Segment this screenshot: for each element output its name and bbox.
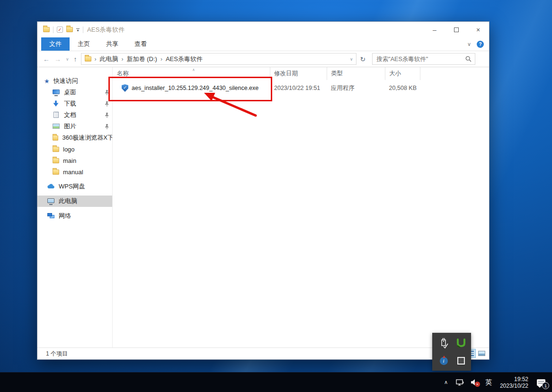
- info-tray-icon[interactable]: i: [438, 355, 449, 366]
- address-box[interactable]: › 此电脑 › 新加卷 (D:) › AES杀毒软件 ∨: [81, 53, 356, 65]
- folder-icon: [53, 158, 59, 163]
- address-dropdown-icon[interactable]: ∨: [350, 57, 353, 62]
- refresh-icon[interactable]: ↻: [360, 55, 366, 63]
- sidebar-item-this-pc[interactable]: 此电脑: [37, 196, 112, 207]
- pin-icon: [105, 113, 109, 118]
- quick-access-toolbar: ✓ ▾: [43, 27, 83, 33]
- item-count: 1 个项目: [46, 350, 68, 358]
- breadcrumb-separator: ›: [160, 56, 162, 62]
- network-tray-icon[interactable]: [454, 373, 466, 392]
- taskbar-clock[interactable]: 19:52 2023/10/22: [497, 376, 531, 389]
- mute-badge-icon: ×: [475, 382, 480, 387]
- minimize-button[interactable]: –: [424, 22, 445, 37]
- system-tray: ∧ × 英 19:52 2023/10/22 1: [440, 373, 552, 392]
- sidebar-item-pictures[interactable]: 图片: [37, 121, 112, 132]
- tab-home[interactable]: 主页: [70, 37, 98, 51]
- column-header-name[interactable]: 名称 ∧: [113, 67, 270, 80]
- breadcrumb-current-folder[interactable]: AES杀毒软件: [166, 55, 203, 63]
- desktop-icon: [53, 89, 60, 96]
- thumbnail-view-icon: [478, 351, 485, 356]
- new-folder-icon[interactable]: [66, 27, 73, 32]
- clock-time: 19:52: [500, 376, 528, 383]
- volume-muted-icon[interactable]: ×: [469, 373, 480, 392]
- search-icon[interactable]: [465, 56, 472, 62]
- file-size: 20,508 KB: [385, 85, 420, 91]
- title-bar: ✓ ▾ AES杀毒软件 – ×: [37, 22, 489, 37]
- maximize-icon: [454, 27, 459, 32]
- column-header-size[interactable]: 大小: [385, 67, 420, 80]
- column-header-row: 名称 ∧ 修改日期 类型 大小: [113, 67, 489, 80]
- address-bar-row: ← → ∨ ↑ › 此电脑 › 新加卷 (D:) › AES杀毒软件 ∨ ↻: [37, 51, 489, 67]
- pin-icon: [105, 124, 109, 129]
- sidebar-item-folder-main[interactable]: main: [37, 155, 112, 166]
- pin-icon: [105, 101, 109, 107]
- sidebar-item-documents[interactable]: 文档: [37, 109, 112, 121]
- back-button[interactable]: ←: [43, 55, 50, 63]
- pictures-icon: [53, 123, 60, 130]
- sidebar-item-network[interactable]: 网络: [37, 210, 112, 222]
- sort-ascending-icon: ∧: [192, 68, 195, 72]
- document-icon: [53, 112, 60, 118]
- sidebar-item-folder-360[interactable]: 360极速浏览器X下载: [37, 132, 112, 143]
- thumbnail-view-button[interactable]: [477, 349, 487, 358]
- pin-icon: [105, 90, 109, 95]
- customize-qat-dropdown-icon[interactable]: ▾: [76, 27, 80, 32]
- close-button[interactable]: ×: [467, 22, 489, 37]
- up-button[interactable]: ↑: [74, 55, 77, 63]
- recent-locations-icon[interactable]: ∨: [66, 57, 69, 62]
- address-folder-icon: [85, 56, 91, 62]
- cloud-icon: [47, 183, 55, 190]
- sidebar-item-desktop[interactable]: 桌面: [37, 87, 112, 98]
- clock-date: 2023/10/22: [500, 383, 528, 389]
- sidebar-item-quick-access[interactable]: ★ 快速访问: [37, 75, 112, 87]
- sidebar-item-downloads[interactable]: 下载: [37, 98, 112, 109]
- search-input[interactable]: [373, 56, 465, 62]
- file-list-pane: 名称 ∧ 修改日期 类型 大小 ✓ aes_installer_10.255.1…: [113, 67, 489, 347]
- computer-icon: [47, 198, 55, 205]
- ribbon-expand-icon[interactable]: ∨: [467, 41, 471, 47]
- forward-button[interactable]: →: [54, 55, 61, 63]
- explorer-window: ✓ ▾ AES杀毒软件 – × 文件 主页 共享 查看 ∨ ? ← → ∨ ↑: [37, 21, 490, 360]
- breadcrumb-this-pc[interactable]: 此电脑: [100, 55, 118, 63]
- window-title: AES杀毒软件: [87, 26, 125, 34]
- sidebar-item-folder-logo[interactable]: logo: [37, 143, 112, 155]
- notification-badge: 1: [542, 382, 549, 389]
- breadcrumb-separator: ›: [122, 56, 124, 62]
- divider: [83, 27, 83, 33]
- tab-file[interactable]: 文件: [41, 37, 70, 51]
- tab-share[interactable]: 共享: [98, 37, 126, 51]
- ime-indicator[interactable]: 英: [483, 373, 494, 392]
- antivirus-u-icon[interactable]: [456, 338, 466, 349]
- folder-icon: [53, 135, 58, 141]
- usb-eject-icon[interactable]: [438, 338, 449, 349]
- file-type: 应用程序: [327, 84, 385, 92]
- download-icon: [53, 100, 60, 107]
- star-icon: ★: [44, 78, 50, 84]
- column-header-modified[interactable]: 修改日期: [270, 67, 327, 80]
- file-name: aes_installer_10.255.129.249_4430_silenc…: [132, 85, 258, 91]
- grid-tray-icon[interactable]: [456, 355, 466, 366]
- folder-icon: [53, 169, 59, 175]
- properties-check-icon[interactable]: ✓: [57, 27, 63, 33]
- divider: [53, 27, 53, 33]
- file-modified: 2023/10/22 19:51: [270, 85, 327, 91]
- search-box: [372, 53, 475, 65]
- folder-icon: [53, 147, 59, 152]
- column-header-type[interactable]: 类型: [327, 67, 385, 80]
- status-bar: 1 个项目: [37, 347, 489, 359]
- navigation-pane: ★ 快速访问 桌面 下载 文档 图片 360极速浏览器X下载: [37, 67, 113, 347]
- breadcrumb-drive-d[interactable]: 新加卷 (D:): [127, 55, 157, 63]
- network-icon: [47, 213, 55, 219]
- help-icon[interactable]: ?: [477, 41, 484, 48]
- sidebar-item-folder-manual[interactable]: manual: [37, 166, 112, 178]
- taskbar: ∧ × 英 19:52 2023/10/22 1: [0, 372, 552, 392]
- ribbon-tab-row: 文件 主页 共享 查看 ∨ ?: [37, 37, 489, 51]
- tab-view[interactable]: 查看: [126, 37, 155, 51]
- sidebar-item-wps-cloud[interactable]: WPS网盘: [37, 181, 112, 192]
- hidden-icons-chevron[interactable]: ∧: [440, 373, 452, 392]
- window-folder-icon: [43, 27, 50, 32]
- file-row[interactable]: ✓ aes_installer_10.255.129.249_4430_sile…: [113, 81, 489, 95]
- notification-center-button[interactable]: 1: [534, 373, 548, 392]
- tray-overflow-popup: i: [432, 333, 471, 371]
- maximize-button[interactable]: [445, 22, 467, 37]
